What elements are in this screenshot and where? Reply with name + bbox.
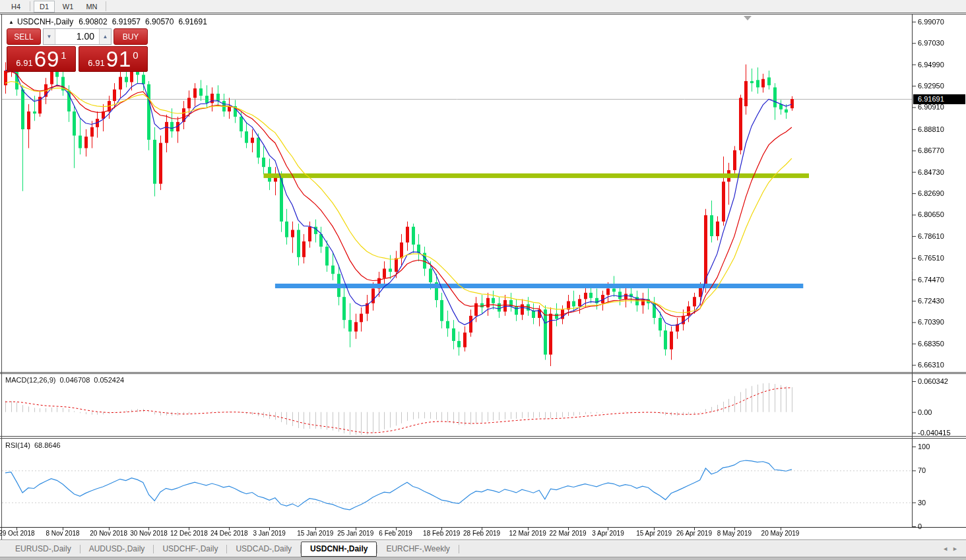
volume-decrease-button[interactable]: ▼ xyxy=(44,29,55,44)
date-axis-label: 8 Nov 2018 xyxy=(46,530,79,537)
chart-tab-bar: ◄► EURUSD-,DailyAUDUSD-,DailyUSDCHF-,Dai… xyxy=(0,541,966,557)
macd-name: MACD(12,26,9) xyxy=(5,376,55,384)
buy-price-big: 91 xyxy=(106,48,132,71)
timeframe-button-MN[interactable]: MN xyxy=(81,1,102,13)
date-axis-label: 18 Feb 2019 xyxy=(423,530,460,537)
price-axis-label: 6.74470 xyxy=(918,276,944,284)
volume-stepper: ▼ 1.00 ▲ xyxy=(43,28,112,45)
tab-usdchfdaily[interactable]: USDCHF-,Daily xyxy=(154,541,226,557)
sell-quote-box[interactable]: 6.91 69 1 xyxy=(7,46,76,72)
price-axis-label: 6.76510 xyxy=(918,254,944,262)
sell-button[interactable]: SELL xyxy=(7,28,41,45)
date-axis-label: 12 Dec 2018 xyxy=(170,530,208,537)
tab-audusddaily[interactable]: AUDUSD-,Daily xyxy=(80,541,154,557)
price-axis-label: 6.99070 xyxy=(918,18,944,26)
sell-price-pip: 1 xyxy=(61,49,66,61)
price-axis-label: 6.86770 xyxy=(918,146,944,154)
date-axis-label: 24 Dec 2018 xyxy=(210,530,248,537)
price-axis-label: 6.66310 xyxy=(918,361,944,369)
buy-quote-box[interactable]: 6.91 91 0 xyxy=(79,46,148,72)
tab-usdcnhdaily[interactable]: USDCNH-,Daily xyxy=(301,542,377,557)
date-axis-label: 15 Jan 2019 xyxy=(297,530,333,537)
sell-price-big: 69 xyxy=(34,48,60,71)
rsi-axis-label: 30 xyxy=(918,499,926,507)
current-price-tag: 6.91691 xyxy=(913,94,965,104)
tab-separator xyxy=(459,545,459,553)
rsi-name: RSI(14) xyxy=(5,441,30,449)
sell-price-prefix: 6.91 xyxy=(16,58,32,68)
buy-button[interactable]: BUY xyxy=(113,28,148,45)
ohlc-open: 6.90802 xyxy=(79,17,107,26)
date-axis-label: 26 Apr 2019 xyxy=(676,530,712,537)
volume-input[interactable]: 1.00 xyxy=(55,29,99,44)
timeframe-button-D1[interactable]: D1 xyxy=(34,1,55,13)
tab-scroll-left-icon[interactable]: ◄ xyxy=(942,545,952,552)
price-axis-label: 6.82690 xyxy=(918,189,944,197)
date-axis-label: 6 Feb 2019 xyxy=(379,530,412,537)
date-axis-label: 20 May 2019 xyxy=(761,530,800,537)
toolbar-separator xyxy=(106,1,106,11)
price-axis-label: 6.94990 xyxy=(918,61,944,69)
rsi-value: 68.8646 xyxy=(34,441,61,449)
timeframe-toolbar: H4D1W1MN xyxy=(0,0,966,13)
buy-price-prefix: 6.91 xyxy=(88,58,104,68)
date-axis-label: 20 Nov 2018 xyxy=(90,530,127,537)
macd-axis-label: -0.040415 xyxy=(918,429,951,437)
toolbar-separator xyxy=(30,1,30,11)
ohlc-close: 6.91691 xyxy=(178,17,207,26)
date-axis-label: 3 Apr 2019 xyxy=(592,530,624,537)
tab-eurusddaily[interactable]: EURUSD-,Daily xyxy=(7,541,80,557)
date-axis-label: 3 Jan 2019 xyxy=(253,530,286,537)
rsi-axis-label: 70 xyxy=(918,466,926,474)
macd-main-value: 0.046708 xyxy=(59,376,90,384)
price-axis-label: 6.80650 xyxy=(918,210,944,218)
status-bar xyxy=(0,557,966,560)
price-chart-canvas[interactable] xyxy=(0,14,966,541)
tab-eurchfweekly[interactable]: EURCHF-,Weekly xyxy=(377,541,458,557)
date-axis-label: 12 Mar 2019 xyxy=(509,530,546,537)
timeframe-button-H4[interactable]: H4 xyxy=(5,1,26,13)
price-axis-label: 6.97030 xyxy=(918,39,944,47)
macd-axis-label: 0.060342 xyxy=(918,377,948,385)
macd-axis-label: 0.00 xyxy=(918,408,932,416)
date-axis-label: 29 Oct 2018 xyxy=(0,530,35,537)
chart-title: ▲USDCNH-,Daily6.908026.919576.905706.916… xyxy=(9,17,212,26)
collapse-panel-icon[interactable]: ▲ xyxy=(9,19,14,25)
timeframe-button-W1[interactable]: W1 xyxy=(57,1,79,13)
price-axis-label: 6.92950 xyxy=(918,82,944,90)
price-axis-label: 6.70390 xyxy=(918,318,944,326)
ohlc-low: 6.90570 xyxy=(145,17,174,26)
ohlc-high: 6.91957 xyxy=(112,17,141,26)
price-axis-label: 6.78610 xyxy=(918,232,944,240)
rsi-axis-label: 100 xyxy=(918,443,930,451)
rsi-axis-label: 0 xyxy=(918,522,922,530)
rsi-label: RSI(14)68.8646 xyxy=(5,441,65,449)
buy-price-pip: 0 xyxy=(133,49,138,61)
price-axis-label: 6.72430 xyxy=(918,297,944,305)
price-axis-label: 6.88810 xyxy=(918,125,944,133)
price-axis-label: 6.68350 xyxy=(918,340,944,348)
macd-signal-value: 0.052424 xyxy=(94,376,124,384)
one-click-trading-panel: SELL ▼ 1.00 ▲ BUY 6.91 69 1 6.91 91 0 xyxy=(7,28,148,72)
date-axis-label: 22 Mar 2019 xyxy=(550,530,587,537)
price-axis-label: 6.90910 xyxy=(918,103,944,111)
tab-scroll-arrows: ◄► xyxy=(942,541,962,557)
date-axis-label: 30 Nov 2018 xyxy=(130,530,168,537)
date-axis-label: 28 Feb 2019 xyxy=(463,530,500,537)
tab-scroll-right-icon[interactable]: ► xyxy=(952,545,962,552)
date-axis-label: 8 May 2019 xyxy=(717,530,752,537)
macd-label: MACD(12,26,9)0.0467080.052424 xyxy=(5,376,128,384)
chart-shift-marker-icon xyxy=(744,16,752,20)
price-axis-label: 6.84730 xyxy=(918,168,944,176)
volume-increase-button[interactable]: ▲ xyxy=(99,29,111,44)
chart-symbol-label: USDCNH-,Daily xyxy=(17,17,73,26)
date-axis-label: 15 Apr 2019 xyxy=(636,530,672,537)
date-axis-label: 25 Jan 2019 xyxy=(337,530,373,537)
tab-usdcaddaily[interactable]: USDCAD-,Daily xyxy=(227,541,300,557)
